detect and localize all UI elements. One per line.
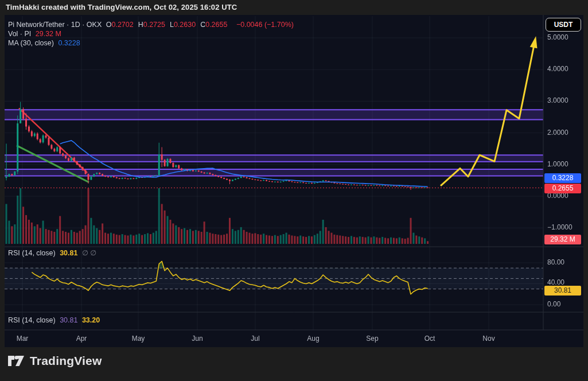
rsi2-value-2: 33.20: [82, 316, 100, 324]
axis-price-chip: 29.32 M: [544, 235, 581, 244]
rsi-hidden-plots: ∅ ∅: [82, 249, 96, 257]
rsi-value: 30.81: [60, 249, 77, 257]
rsi2-legend-row[interactable]: RSI (14, close) 30.81 33.20: [8, 316, 102, 325]
axis-tick: −1.0000: [547, 223, 573, 231]
axis-tick: 2.0000: [547, 129, 568, 137]
time-axis-month: Aug: [307, 335, 319, 343]
time-axis-month: Nov: [482, 335, 494, 343]
axis-price-chip: 0.3228: [544, 173, 581, 183]
axis-tick: 4.0000: [547, 65, 568, 73]
snapshot-title: TimHakki created with TradingView.com, O…: [0, 0, 588, 15]
axis-price-chip: 0.2655: [544, 184, 581, 193]
axis-tick: 80.00: [547, 258, 564, 266]
axis-tick: 5.0000: [547, 33, 568, 41]
volume-label: Vol · PI: [8, 30, 31, 38]
axis-tick: 3.0000: [547, 96, 568, 104]
tradingview-snapshot: TimHakki created with TradingView.com, O…: [0, 0, 588, 381]
ma-legend-row[interactable]: MA (30, close) 0.3228: [8, 39, 83, 48]
time-axis-month: Jun: [192, 335, 203, 343]
ma-label: MA (30, close): [8, 39, 54, 47]
symbol-name: Pi Network/Tether · 1D · OKX: [8, 21, 102, 29]
time-axis-month: Mar: [17, 335, 29, 343]
axis-tick: 0.00: [547, 300, 560, 308]
tradingview-logo[interactable]: TradingView: [7, 353, 102, 368]
time-axis-month: May: [132, 335, 145, 343]
time-axis-month: Oct: [425, 335, 435, 343]
tradingview-wordmark: TradingView: [30, 354, 102, 368]
rsi2-label: RSI (14, close): [8, 316, 56, 324]
change-value: −0.0046 (−1.70%): [236, 21, 294, 29]
volume-value: 29.32 M: [36, 30, 61, 38]
ma-value: 0.3228: [58, 39, 80, 47]
time-axis-month: Jul: [251, 335, 259, 343]
currency-toggle-button[interactable]: USDT: [546, 18, 581, 32]
ohlc-values: O0.2702H0.2725L0.2630C0.2655: [106, 21, 232, 29]
ohlc-H: H0.2725: [138, 21, 168, 29]
rsi-label: RSI (14, close): [8, 249, 56, 257]
ohlc-C: C0.2655: [200, 21, 229, 29]
volume-legend-row[interactable]: Vol · PI 29.32 M: [8, 30, 64, 38]
symbol-legend-row[interactable]: Pi Network/Tether · 1D · OKX O0.2702H0.2…: [8, 21, 296, 29]
time-axis-month: Sep: [366, 335, 378, 343]
time-axis-month: Apr: [76, 335, 87, 343]
rsi-legend-row[interactable]: RSI (14, close) 30.81 ∅ ∅: [8, 248, 99, 257]
axis-tick: 1.0000: [547, 160, 568, 168]
axis-tick: 40.00: [547, 278, 564, 286]
axis-price-chip: 30.81: [544, 286, 581, 296]
tradingview-mark-icon: [7, 353, 25, 368]
rsi2-value-1: 30.81: [60, 316, 77, 324]
ohlc-L: L0.2630: [170, 21, 198, 29]
ohlc-O: O0.2702: [106, 21, 136, 29]
